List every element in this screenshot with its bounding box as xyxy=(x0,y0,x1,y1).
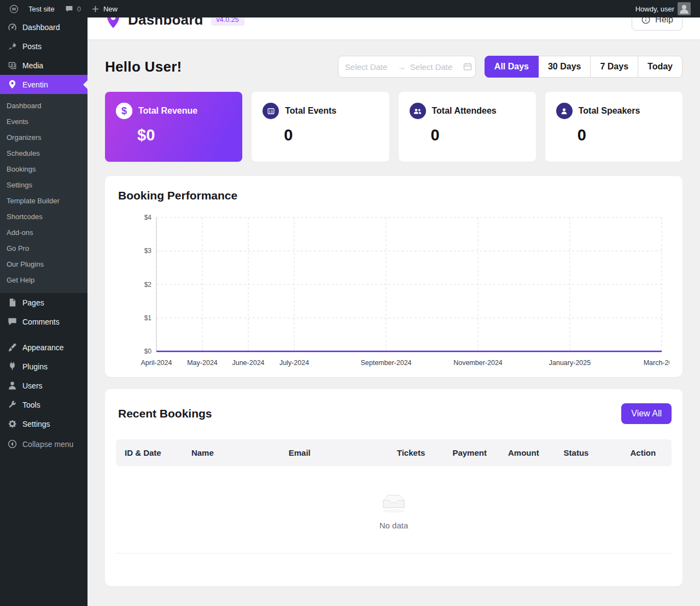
submenu-item-add-ons[interactable]: Add-ons xyxy=(0,225,88,240)
comments-count: 0 xyxy=(77,5,81,13)
avatar xyxy=(678,2,691,15)
svg-text:July-2024: July-2024 xyxy=(279,359,309,367)
sidebar-item-pages[interactable]: Pages xyxy=(0,293,88,312)
sidebar-item-label: Appearance xyxy=(22,343,64,352)
plus-icon xyxy=(91,4,100,14)
column-payment: Payment xyxy=(444,439,499,466)
sidebar-menu: DashboardPostsMediaEventinDashboardEvent… xyxy=(0,17,88,454)
submenu-item-settings[interactable]: Settings xyxy=(0,177,88,193)
admin-sidebar: DashboardPostsMediaEventinDashboardEvent… xyxy=(0,17,88,606)
bookings-title: Recent Bookings xyxy=(118,407,212,420)
date-range-picker[interactable]: → xyxy=(338,56,476,78)
sidebar-item-label: Settings xyxy=(22,420,50,428)
submenu-item-go-pro[interactable]: Go Pro xyxy=(0,240,88,256)
sidebar-item-media[interactable]: Media xyxy=(0,56,88,75)
bookings-table: ID & DateNameEmailTicketsPaymentAmountSt… xyxy=(116,439,672,466)
comments-link[interactable]: 0 xyxy=(60,0,86,17)
new-label: New xyxy=(103,5,118,13)
sidebar-item-posts[interactable]: Posts xyxy=(0,37,88,56)
sidebar-item-plugins[interactable]: Plugins xyxy=(0,357,88,376)
arrow-right-icon: → xyxy=(398,62,406,72)
admin-bar-right: Howdy, user xyxy=(631,0,696,17)
users-icon xyxy=(7,380,18,391)
account-menu[interactable]: Howdy, user xyxy=(631,0,696,17)
submenu-item-bookings[interactable]: Bookings xyxy=(0,161,88,177)
chart-title: Booking Performance xyxy=(118,189,669,202)
stat-card-total-attendees: Total Attendees0 xyxy=(399,92,536,162)
submenu-item-get-help[interactable]: Get Help xyxy=(0,272,88,288)
sidebar-item-comments[interactable]: Comments xyxy=(0,312,88,331)
filter-today[interactable]: Today xyxy=(638,56,682,78)
wordpress-logo-icon: W xyxy=(9,4,19,14)
stat-label: Total Revenue xyxy=(138,106,197,116)
menu-separator xyxy=(0,331,88,338)
sidebar-item-label: Plugins xyxy=(22,362,48,371)
new-content-link[interactable]: New xyxy=(86,0,122,17)
speakers-icon xyxy=(556,103,573,119)
settings-icon xyxy=(7,419,18,429)
column-tickets: Tickets xyxy=(388,439,444,466)
collapse-icon xyxy=(7,439,18,449)
dashboard-icon xyxy=(7,22,18,32)
column-action: Action xyxy=(622,439,672,466)
submenu-item-template-builder[interactable]: Template Builder xyxy=(0,193,88,209)
submenu-item-our-plugins[interactable]: Our Plugins xyxy=(0,256,88,272)
greeting: Hello User! xyxy=(105,58,182,75)
bookings-header: Recent Bookings View All xyxy=(105,389,682,439)
sidebar-item-label: Comments xyxy=(22,317,60,326)
stat-card-total-events: Total Events0 xyxy=(252,92,389,162)
booking-performance-card: Booking Performance $0$1$2$3$4April-2024… xyxy=(105,176,682,377)
svg-text:June-2024: June-2024 xyxy=(232,359,264,367)
attendees-icon xyxy=(410,103,426,119)
stat-label: Total Events xyxy=(285,106,336,116)
recent-bookings-card: Recent Bookings View All ID & DateNameEm… xyxy=(105,389,682,586)
end-date-input[interactable] xyxy=(410,62,458,72)
stat-value: 0 xyxy=(556,126,672,144)
column-status: Status xyxy=(555,439,622,466)
site-name-link[interactable]: Test site xyxy=(24,0,60,17)
sidebar-item-appearance[interactable]: Appearance xyxy=(0,338,88,357)
filter-all-days[interactable]: All Days xyxy=(485,56,539,78)
svg-text:January-2025: January-2025 xyxy=(549,359,591,367)
stat-card-total-speakers: Total Speakers0 xyxy=(545,92,682,162)
submenu-item-dashboard[interactable]: Dashboard xyxy=(0,98,88,114)
sidebar-item-users[interactable]: Users xyxy=(0,376,88,395)
dashboard-content: Hello User! → All Days30 Days7 DaysToday… xyxy=(88,39,700,606)
comments-icon xyxy=(7,316,18,327)
sidebar-item-dashboard[interactable]: Dashboard xyxy=(0,17,88,37)
stat-head: Total Speakers xyxy=(556,103,672,119)
submenu-item-organizers[interactable]: Organizers xyxy=(0,130,88,145)
eventin-icon xyxy=(7,79,18,90)
sidebar-item-label: Pages xyxy=(22,298,44,307)
stat-value: 0 xyxy=(262,126,378,144)
sidebar-item-label: Media xyxy=(22,61,43,70)
submenu-item-shortcodes[interactable]: Shortcodes xyxy=(0,209,88,225)
eventin-submenu: DashboardEventsOrganizersSchedulesBookin… xyxy=(0,94,88,293)
sidebar-item-settings[interactable]: Settings xyxy=(0,414,88,433)
sidebar-item-eventin[interactable]: Eventin xyxy=(0,75,88,94)
filter-7-days[interactable]: 7 Days xyxy=(590,56,638,78)
column-id-date: ID & Date xyxy=(116,439,183,466)
svg-text:$2: $2 xyxy=(144,281,152,289)
day-filter-group: All Days30 Days7 DaysToday xyxy=(485,56,682,78)
sidebar-item-label: Tools xyxy=(22,401,40,409)
site-name: Test site xyxy=(28,5,55,13)
submenu-item-schedules[interactable]: Schedules xyxy=(0,145,88,161)
sidebar-item-tools[interactable]: Tools xyxy=(0,395,88,414)
revenue-icon: $ xyxy=(116,103,132,119)
stat-label: Total Speakers xyxy=(579,106,640,116)
main-area: Dashboard v4.0.25 Help Hello User! → All… xyxy=(88,0,700,606)
svg-text:November-2024: November-2024 xyxy=(453,359,503,367)
calendar-icon xyxy=(463,62,472,72)
start-date-input[interactable] xyxy=(345,62,393,72)
svg-text:September-2024: September-2024 xyxy=(360,359,411,367)
svg-text:May-2024: May-2024 xyxy=(187,359,218,367)
events-icon xyxy=(262,103,279,119)
admin-bar-left: W Test site 0 New xyxy=(4,0,122,17)
view-all-button[interactable]: View All xyxy=(621,403,672,424)
submenu-item-events[interactable]: Events xyxy=(0,114,88,130)
filter-30-days[interactable]: 30 Days xyxy=(538,56,591,78)
sidebar-item-collapse-menu[interactable]: Collapse menu xyxy=(0,434,88,454)
svg-text:$3: $3 xyxy=(144,247,152,255)
wp-logo-button[interactable]: W xyxy=(4,0,24,17)
